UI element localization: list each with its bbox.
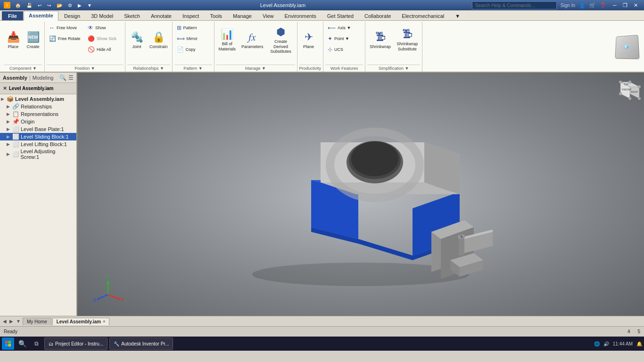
relationships-group-label[interactable]: Relationships ▼ [127,65,170,72]
network-icon[interactable]: 🌐 [594,341,600,346]
open-icon[interactable]: 📂 [55,2,64,8]
menu-icon[interactable]: ☰ [68,74,74,81]
simplification-group-label[interactable]: Simplification ▼ [367,65,420,72]
properties-icon[interactable]: ⚙ [66,2,74,8]
search-input[interactable] [472,1,557,9]
origin-arrow: ▶ [7,119,11,124]
tab-my-home[interactable]: My Home [23,318,51,325]
pattern-button[interactable]: ⊞ Pattern [174,23,212,33]
restore-button[interactable]: ❐ [620,1,630,9]
tree-item-origin[interactable]: ▶ 📌 Origin [0,118,76,125]
tree-close[interactable]: ✕ [3,85,7,91]
undo-icon[interactable]: ↩ [36,2,43,8]
home-icon[interactable]: 🏠 [13,2,23,8]
tab-sketch[interactable]: Sketch [119,11,145,20]
tab-modeling[interactable]: Modeling [33,75,54,81]
taskbar-clock[interactable]: 11:44 AM [613,341,633,346]
tab-manage[interactable]: Manage [228,11,257,20]
create-button[interactable]: 🆕 Create [24,23,42,58]
svg-rect-47 [8,341,11,344]
tab-3dmodel[interactable]: 3D Model [86,11,118,20]
manage-group-label[interactable]: Manage ▼ [216,65,295,72]
status-ready: Ready [4,329,17,334]
free-move-button[interactable]: ↔ Free Move [47,23,84,33]
tab-nav-prev[interactable]: ◀ [2,319,8,324]
tab-inspect[interactable]: Inspect [177,11,204,20]
tab-design[interactable]: Design [59,11,85,20]
shrinkwrap-button[interactable]: 🗜 Shrinkwrap [367,23,393,58]
bom-button[interactable]: 📊 Bill ofMaterials [216,23,239,58]
hide-all-button[interactable]: 🚫 Hide All [85,44,123,55]
joint-button[interactable]: 🔩 Joint [127,23,146,58]
tree-item-base-plate[interactable]: ▶ ⬜ Level Base Plate:1 [0,125,76,133]
start-button[interactable] [2,337,14,350]
tab-collaborate[interactable]: Collaborate [359,11,396,20]
sign-in-button[interactable]: Sign In [561,3,575,8]
tab-nav-down[interactable]: ▼ [15,319,22,324]
tab-tools[interactable]: Tools [205,11,227,20]
app2-icon: 🔧 [114,341,119,346]
tab-view[interactable]: View [257,11,279,20]
close-button[interactable]: ✕ [631,1,640,9]
productivity-group-label[interactable]: Productivity [299,65,322,72]
create-derived-button[interactable]: ⬢ Create DerivedSubstitutes [267,23,295,58]
tab-file[interactable]: File [2,11,23,20]
place-button[interactable]: 📥 Place [4,23,23,58]
ribbon-group-work-features: ⟵ Axis ▼ ✦ Point ▼ ⊹ UCS Work Features [323,22,365,72]
taskbar-right: 🌐 🔊 11:44 AM 🔔 [594,341,642,346]
tree-item-sliding-block[interactable]: ▶ ⬜ Level Sliding Block:1 [0,133,76,140]
mirror-button[interactable]: ⟺ Mirror [174,33,212,44]
nav-cube[interactable]: 🧊 [615,35,639,59]
free-rotate-button[interactable]: 🔄 Free Rotate [47,33,84,44]
save-icon[interactable]: 💾 [25,2,34,8]
minimize-button[interactable]: ─ [610,1,619,9]
taskbar-app1[interactable]: 🗂 Project Editor - Instru... [44,337,107,350]
tree-item-adjusting-screw[interactable]: ▶ ⬜ Level Adjusting Screw:1 [0,148,76,160]
tab-get-started[interactable]: Get Started [322,11,359,20]
assembly-tab-label: Level Assembly.iam [57,319,101,324]
copy-button[interactable]: 📄 Copy [174,44,212,55]
position-group-content: ↔ Free Move 🔄 Free Rotate 👁 Show 🔴 Show … [47,23,123,64]
tree-item-lifting-block[interactable]: ▶ ⬜ Level Lifting Block:1 [0,140,76,148]
show-button[interactable]: 👁 Show [85,23,123,33]
run-icon[interactable]: ▶ [76,2,83,8]
ribbon-group-relationships: 🔩 Joint 🔒 Constrain Relationships ▼ [125,22,173,72]
parameters-button[interactable]: 𝑓𝑥 Parameters [239,23,266,58]
taskbar-search[interactable]: 🔍 [16,337,28,350]
tree-item-representations[interactable]: ▶ 📋 Representations [0,110,76,118]
ucs-button[interactable]: ⊹ UCS [325,44,363,55]
dropdown-icon[interactable]: ▼ [85,2,94,8]
cart-icon[interactable]: 🛒 [589,2,596,8]
tab-level-assembly[interactable]: Level Assembly.iam × [52,318,110,325]
3d-viewport[interactable]: FRONT RIGHT TOP X Y [77,73,644,316]
tree-item-relationships[interactable]: ▶ 🔗 Relationships [0,103,76,110]
taskbar-taskview[interactable]: ⧉ [30,337,42,350]
status-value1: 4 [627,329,630,334]
plane-button[interactable]: ✈ Plane [299,23,318,58]
taskbar-app2[interactable]: 🔧 Autodesk Inventor Pr... [109,337,173,350]
assembly-tab-close[interactable]: × [103,319,105,324]
show-sick-button[interactable]: 🔴 Show Sick [85,33,123,44]
work-features-group-label[interactable]: Work Features [325,65,363,72]
pattern-group-label[interactable]: Pattern ▼ [174,65,212,72]
component-group-label[interactable]: Component ▼ [4,65,42,72]
view-cube[interactable]: FRONT RIGHT TOP [611,77,639,106]
position-group-label[interactable]: Position ▼ [47,65,123,72]
tab-annotate[interactable]: Annotate [146,11,177,20]
tab-nav-next[interactable]: ▶ [8,319,14,324]
tab-electromechanical[interactable]: Electromechanical [396,11,449,20]
shrinkwrap-substitute-button[interactable]: 🗜 ShrinkwrapSubstitute [394,23,420,58]
point-button[interactable]: ✦ Point ▼ [325,33,363,44]
notification-icon[interactable]: 🔔 [636,341,642,346]
volume-icon[interactable]: 🔊 [603,341,609,346]
tab-assemble[interactable]: Assemble [24,11,58,21]
search-icon[interactable]: 🔍 [59,74,66,81]
axis-button[interactable]: ⟵ Axis ▼ [325,23,363,33]
tree-item-root[interactable]: ▶ 📦 Level Assembly.iam [0,95,76,103]
help-icon[interactable]: ❓ [600,2,606,8]
tab-dropdown[interactable]: ▼ [450,11,465,20]
tab-environments[interactable]: Environments [280,11,322,20]
redo-icon[interactable]: ↪ [45,2,53,8]
tab-assembly[interactable]: Assembly [3,75,27,81]
constrain-button[interactable]: 🔒 Constrain [147,23,170,58]
